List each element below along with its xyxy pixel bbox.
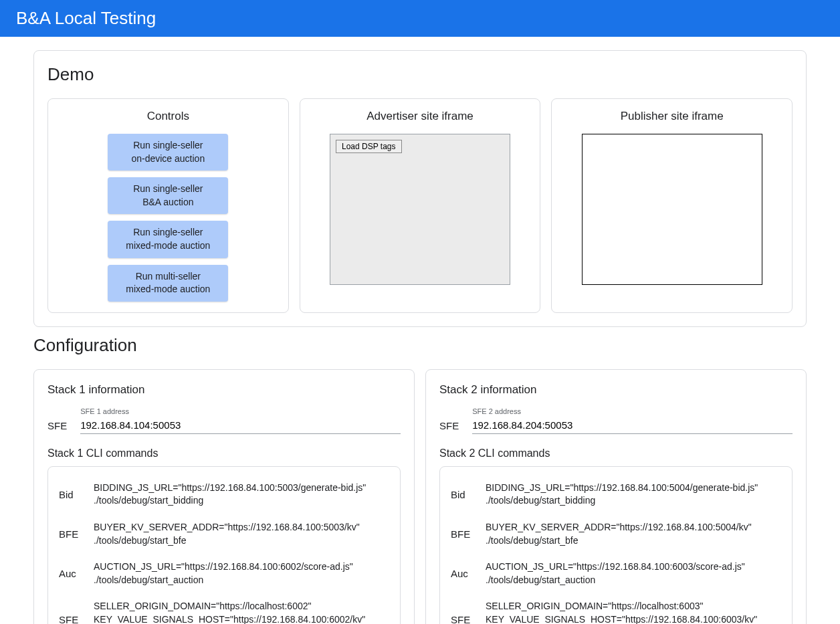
cli-key: BFE (451, 528, 474, 540)
stack-1-addr-field: SFE 1 address (80, 407, 401, 434)
stack-2-addr-input[interactable] (472, 417, 793, 434)
cli-key: SFE (59, 614, 82, 624)
load-dsp-tags-button[interactable]: Load DSP tags (336, 140, 402, 153)
stack-2-addr-label: SFE 2 address (472, 407, 793, 415)
cli-val: BIDDING_JS_URL="https://192.168.84.100:5… (486, 482, 758, 508)
cli-val: SELLER_ORIGIN_DOMAIN="https://localhost:… (486, 600, 757, 624)
app-header: B&A Local Testing (0, 0, 840, 37)
stack-1-cli-title: Stack 1 CLI commands (47, 447, 401, 459)
stack-1-info-title: Stack 1 information (47, 383, 401, 397)
cli-val: SELLER_ORIGIN_DOMAIN="https://localhost:… (94, 600, 365, 624)
controls-panel: Controls Run single-seller on-device auc… (47, 98, 289, 313)
cli-val: BUYER_KV_SERVER_ADDR="https://192.168.84… (486, 521, 752, 547)
cli-key: Auc (451, 568, 474, 579)
config-row: Stack 1 information SFE SFE 1 address St… (33, 369, 807, 624)
main-content: Demo Controls Run single-seller on-devic… (0, 37, 840, 624)
cli-row-sfe: SFE SELLER_ORIGIN_DOMAIN="https://localh… (448, 593, 784, 624)
stack-2-sfe-label: SFE (439, 420, 459, 434)
run-single-seller-on-device-button[interactable]: Run single-seller on-device auction (108, 134, 228, 171)
cli-row-bfe: BFE BUYER_KV_SERVER_ADDR="https://192.16… (448, 514, 784, 554)
publisher-panel: Publisher site iframe (551, 98, 793, 313)
controls-title: Controls (147, 110, 189, 123)
cli-key: Bid (59, 489, 82, 500)
cli-val: AUCTION_JS_URL="https://192.168.84.100:6… (94, 560, 353, 587)
stack-1-sfe-row: SFE SFE 1 address (47, 407, 401, 434)
cli-row-bid: Bid BIDDING_JS_URL="https://192.168.84.1… (56, 475, 392, 514)
cli-val: BUYER_KV_SERVER_ADDR="https://192.168.84… (94, 521, 360, 547)
stack-2-info-title: Stack 2 information (439, 383, 793, 397)
publisher-title: Publisher site iframe (621, 110, 724, 123)
cli-val: BIDDING_JS_URL="https://192.168.84.100:5… (94, 482, 366, 508)
configuration-title: Configuration (33, 335, 807, 356)
cli-key: Bid (451, 489, 474, 500)
demo-title: Demo (47, 64, 793, 85)
advertiser-title: Advertiser site iframe (366, 110, 474, 123)
run-multi-seller-mixed-button[interactable]: Run multi-seller mixed-mode auction (108, 265, 228, 302)
stack-1-cli-box: Bid BIDDING_JS_URL="https://192.168.84.1… (47, 466, 401, 624)
cli-key: BFE (59, 528, 82, 540)
demo-row: Controls Run single-seller on-device auc… (47, 98, 793, 313)
stack-2-addr-field: SFE 2 address (472, 407, 793, 434)
advertiser-iframe: Load DSP tags (330, 134, 510, 285)
stack-1-addr-input[interactable] (80, 417, 401, 434)
stack-1-panel: Stack 1 information SFE SFE 1 address St… (33, 369, 415, 624)
stack-1-sfe-label: SFE (47, 420, 67, 434)
demo-card: Demo Controls Run single-seller on-devic… (33, 50, 807, 327)
cli-row-auc: Auc AUCTION_JS_URL="https://192.168.84.1… (56, 554, 392, 593)
app-title: B&A Local Testing (16, 8, 156, 28)
stack-2-panel: Stack 2 information SFE SFE 2 address St… (425, 369, 807, 624)
cli-key: Auc (59, 568, 82, 579)
cli-row-sfe: SFE SELLER_ORIGIN_DOMAIN="https://localh… (56, 593, 392, 624)
stack-1-addr-label: SFE 1 address (80, 407, 401, 415)
stack-2-cli-box: Bid BIDDING_JS_URL="https://192.168.84.1… (439, 466, 793, 624)
run-single-seller-mixed-button[interactable]: Run single-seller mixed-mode auction (108, 221, 228, 257)
cli-val: AUCTION_JS_URL="https://192.168.84.100:6… (486, 560, 745, 587)
stack-2-cli-title: Stack 2 CLI commands (439, 447, 793, 459)
advertiser-panel: Advertiser site iframe Load DSP tags (300, 98, 541, 313)
run-single-seller-ba-button[interactable]: Run single-seller B&A auction (108, 177, 228, 214)
cli-key: SFE (451, 614, 474, 624)
cli-row-bfe: BFE BUYER_KV_SERVER_ADDR="https://192.16… (56, 514, 392, 554)
cli-row-bid: Bid BIDDING_JS_URL="https://192.168.84.1… (448, 475, 784, 514)
publisher-iframe (582, 134, 762, 285)
stack-2-sfe-row: SFE SFE 2 address (439, 407, 793, 434)
cli-row-auc: Auc AUCTION_JS_URL="https://192.168.84.1… (448, 554, 784, 593)
